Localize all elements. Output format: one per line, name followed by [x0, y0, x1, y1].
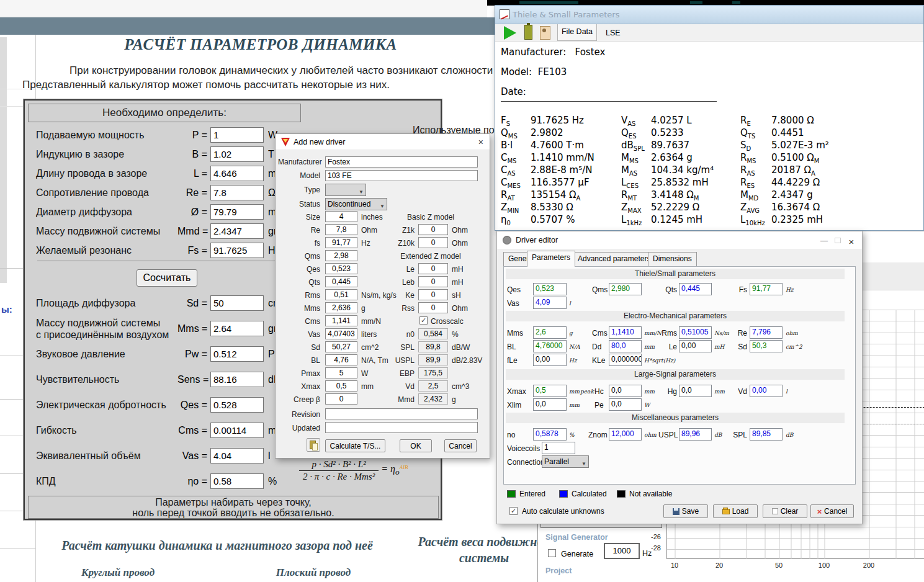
param-input[interactable]: [325, 367, 357, 378]
form-row-input[interactable]: [210, 473, 264, 489]
field-fle[interactable]: 0,00: [533, 354, 567, 366]
calculate-ts-button[interactable]: Calculate T/S...: [325, 439, 385, 452]
field-vd[interactable]: 0,00: [750, 385, 783, 397]
cancel-button[interactable]: Cancel: [444, 439, 477, 452]
form-row-input[interactable]: [210, 204, 264, 220]
connection-select[interactable]: Parallel▼: [542, 455, 589, 468]
tab-dimensions[interactable]: Dimensions: [648, 252, 697, 266]
generate-checkbox[interactable]: [548, 549, 556, 557]
field-hg[interactable]: 0,0: [679, 385, 712, 397]
field-spl[interactable]: 89,85: [750, 428, 783, 441]
sidebar-item-fragment[interactable]: ы:: [1, 304, 12, 315]
manufacturer-input[interactable]: [325, 156, 478, 168]
clear-button[interactable]: Clear: [763, 504, 807, 518]
model-input[interactable]: [325, 170, 478, 181]
form-row-input[interactable]: [210, 166, 264, 181]
add-driver-titlebar[interactable]: Add new driver ×: [276, 134, 490, 150]
tab-lse[interactable]: LSE: [606, 29, 621, 37]
cancel-button[interactable]: ×Cancel: [810, 504, 854, 518]
field-qes[interactable]: 0,523: [533, 283, 567, 295]
editor-titlebar[interactable]: Driver editor — ×: [497, 231, 862, 249]
form-row-input[interactable]: [210, 295, 264, 311]
param-input[interactable]: [418, 302, 448, 313]
field-rms[interactable]: 0,51005: [679, 326, 712, 339]
param-input[interactable]: [418, 224, 448, 235]
form-row-input[interactable]: [210, 397, 264, 413]
field-sd[interactable]: 50,3: [750, 340, 783, 352]
field-qms[interactable]: 2,980: [609, 283, 642, 295]
field-pe[interactable]: 0,0: [609, 398, 642, 411]
measure-icon[interactable]: [524, 25, 532, 40]
form-row-input[interactable]: [210, 372, 264, 387]
maximize-icon[interactable]: [835, 238, 841, 243]
param-input[interactable]: [325, 315, 357, 326]
param-input[interactable]: [418, 276, 448, 287]
load-button[interactable]: Load: [713, 504, 758, 518]
form-row-input[interactable]: [210, 346, 264, 362]
param-input[interactable]: [325, 380, 357, 392]
field-kle[interactable]: 0,000000: [609, 354, 642, 366]
form-row-input[interactable]: [210, 243, 264, 258]
link-flat-wire[interactable]: Плоский провод: [258, 566, 369, 579]
field-mms[interactable]: 2,6: [533, 326, 567, 339]
field-bl[interactable]: 4,76000: [533, 340, 567, 352]
field-voicecoils[interactable]: 1: [542, 442, 575, 454]
play-icon[interactable]: [504, 26, 516, 40]
param-input[interactable]: [325, 263, 357, 274]
param-input[interactable]: [325, 211, 357, 222]
field-no[interactable]: 0,5878: [533, 428, 567, 441]
paste-icon[interactable]: [307, 438, 320, 452]
form-row-input[interactable]: [210, 321, 264, 336]
field-hc[interactable]: 0,0: [609, 385, 642, 397]
field-vas[interactable]: 4,09: [533, 297, 567, 309]
param-input[interactable]: [325, 237, 357, 248]
form-row-input[interactable]: [210, 448, 264, 463]
field-znom[interactable]: 12,000: [609, 428, 642, 441]
updated-input[interactable]: [325, 422, 478, 433]
param-input[interactable]: [325, 341, 357, 352]
speaker-icon[interactable]: [540, 26, 550, 40]
param-input[interactable]: [325, 289, 357, 300]
field-xmax[interactable]: 0,5: [533, 385, 567, 397]
field-cms[interactable]: 1,1410: [609, 326, 642, 339]
link-round-wire[interactable]: Круглый провод: [62, 566, 174, 579]
param-input[interactable]: [325, 250, 357, 261]
field-uspl[interactable]: 89,96: [679, 428, 712, 441]
calculate-button[interactable]: Сосчитать: [137, 269, 197, 287]
ok-button[interactable]: OK: [400, 439, 432, 452]
revision-input[interactable]: [325, 408, 478, 419]
field-le[interactable]: 0,00: [679, 340, 712, 352]
frequency-input[interactable]: 1000: [604, 543, 640, 559]
field-dd[interactable]: 80,0: [609, 340, 642, 352]
close-icon[interactable]: ×: [846, 236, 857, 247]
tab-advanced-parameters[interactable]: Advanced parameters: [573, 252, 655, 266]
tab-file-data[interactable]: File Data: [557, 24, 597, 41]
param-input[interactable]: [325, 393, 357, 405]
param-input[interactable]: [325, 354, 357, 365]
close-icon[interactable]: ×: [478, 137, 483, 147]
form-row-input[interactable]: [210, 223, 264, 239]
status-select[interactable]: Discontinued▼: [325, 198, 387, 210]
param-input[interactable]: [325, 302, 357, 313]
minimize-icon[interactable]: —: [819, 236, 830, 245]
field-fs[interactable]: 91,77: [750, 283, 783, 295]
field-qts[interactable]: 0,445: [679, 283, 712, 295]
form-row-input[interactable]: [210, 423, 264, 438]
field-xlim[interactable]: 0,0: [533, 398, 567, 411]
param-input[interactable]: [418, 289, 448, 300]
type-select[interactable]: ▼: [325, 184, 366, 196]
param-input[interactable]: [325, 328, 357, 339]
param-input[interactable]: [418, 237, 448, 248]
field-re[interactable]: 7,796: [750, 326, 783, 339]
param-input[interactable]: [418, 263, 448, 274]
form-row-input[interactable]: [210, 185, 264, 200]
form-row-input[interactable]: [210, 127, 264, 143]
param-input[interactable]: [325, 276, 357, 287]
form-row-input[interactable]: [210, 146, 264, 162]
param-input[interactable]: [325, 224, 357, 235]
tab-parameters[interactable]: Parameters: [527, 251, 575, 267]
auto-calc-checkbox[interactable]: ✓: [509, 507, 518, 515]
ts-titlebar[interactable]: Thiele & Small Parameters: [495, 6, 923, 24]
save-button[interactable]: Save: [663, 504, 708, 518]
crosscalc-checkbox[interactable]: ✓: [419, 316, 428, 325]
